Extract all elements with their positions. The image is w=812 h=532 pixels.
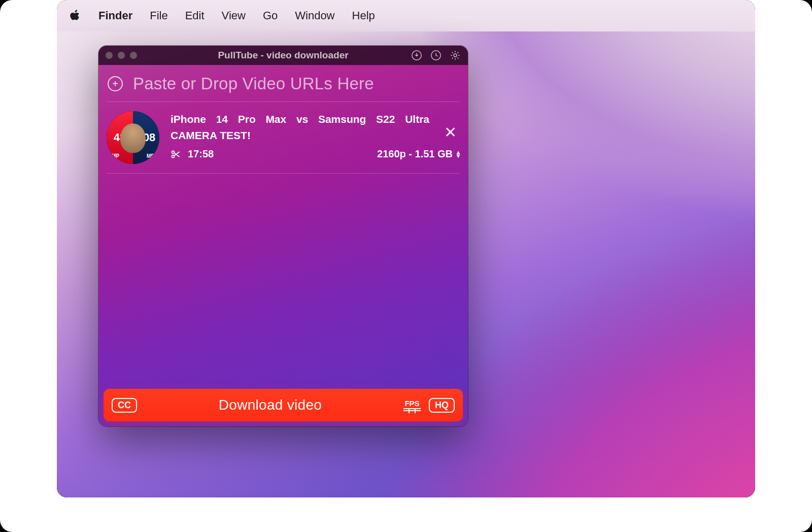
svg-point-2 — [454, 54, 457, 57]
video-item: 48 108 MP MP iPhone 14 Pro Max vs Samsun… — [98, 102, 468, 170]
menubar-file[interactable]: File — [150, 9, 167, 22]
macos-menubar: Finder File Edit View Go Window Help — [57, 0, 755, 31]
quality-label: 2160p - 1.51 GB — [377, 148, 453, 160]
filmstrip-icon — [403, 408, 421, 411]
menubar-view[interactable]: View — [222, 9, 246, 22]
url-input[interactable] — [133, 74, 459, 93]
thumb-mp-right: MP — [147, 153, 154, 159]
thumb-face — [120, 123, 146, 153]
window-close-button[interactable] — [106, 52, 113, 59]
remove-item-icon[interactable]: ✕ — [444, 123, 457, 141]
trim-scissors-icon[interactable] — [171, 149, 181, 159]
url-input-row: + — [98, 65, 468, 102]
video-thumbnail[interactable]: 48 108 MP MP — [107, 111, 159, 164]
video-duration: 17:58 — [188, 148, 214, 160]
hq-button[interactable]: HQ — [429, 398, 455, 413]
chevron-updown-icon: ▴▾ — [457, 151, 460, 157]
subtitles-cc-button[interactable]: CC — [112, 398, 137, 413]
fps-button[interactable]: FPS — [403, 400, 421, 411]
downloads-icon[interactable] — [411, 50, 422, 61]
window-minimize-button[interactable] — [118, 52, 125, 59]
divider — [107, 173, 460, 174]
fps-label: FPS — [404, 400, 419, 407]
menubar-help[interactable]: Help — [352, 9, 375, 22]
download-video-button[interactable]: Download video — [145, 397, 395, 413]
menubar-go[interactable]: Go — [263, 9, 278, 22]
video-title: iPhone 14 Pro Max vs Samsung S22 Ultra C… — [171, 111, 460, 143]
menubar-edit[interactable]: Edit — [185, 9, 205, 22]
history-icon[interactable] — [430, 50, 442, 61]
thumb-mp-left: MP — [112, 153, 119, 159]
apple-logo-icon[interactable] — [70, 9, 81, 22]
settings-gear-icon[interactable] — [450, 50, 461, 61]
quality-selector[interactable]: 2160p - 1.51 GB ▴▾ — [377, 148, 460, 160]
window-zoom-button[interactable] — [130, 52, 137, 59]
window-titlebar[interactable]: PullTube - video downloader — [98, 46, 468, 65]
download-bar: CC Download video FPS HQ — [104, 389, 463, 421]
add-url-icon[interactable]: + — [108, 76, 123, 91]
pulltube-window: PullTube - video downloader + 48 108 — [98, 46, 468, 426]
menubar-window[interactable]: Window — [295, 9, 334, 22]
menubar-app-name[interactable]: Finder — [98, 9, 132, 22]
